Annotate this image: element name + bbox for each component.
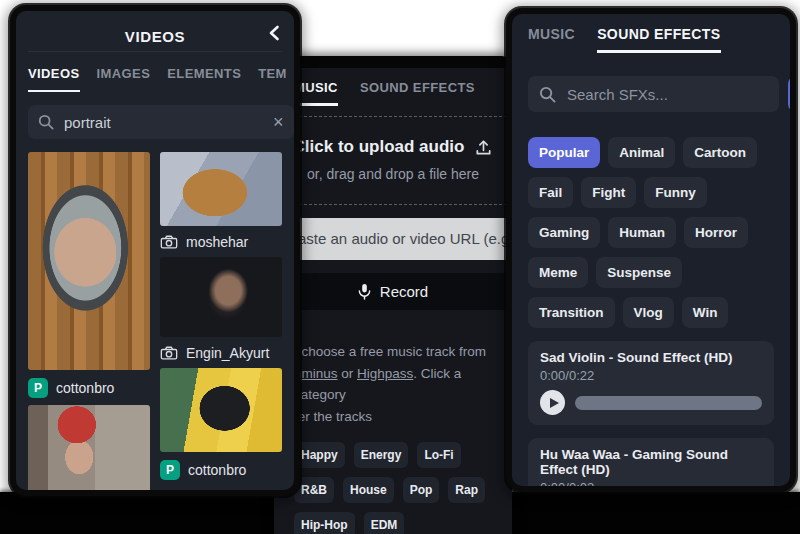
upload-title-row: Click to upload audio xyxy=(293,137,494,157)
tab-images[interactable]: IMAGES xyxy=(97,66,151,92)
tab-videos[interactable]: VIDEOS xyxy=(28,66,80,92)
clear-search-icon[interactable]: × xyxy=(273,113,284,131)
sfx-category-fight[interactable]: Fight xyxy=(581,177,636,208)
help-line-2-mid: or xyxy=(338,366,358,381)
sfx-category-win[interactable]: Win xyxy=(682,297,729,328)
track-time: 0:00/0:22 xyxy=(540,368,762,383)
upload-subtitle: or, drag and drop a file here xyxy=(284,166,502,182)
track-progress-bar[interactable] xyxy=(575,396,762,410)
music-category-hiphop[interactable]: Hip-Hop xyxy=(294,512,355,534)
music-category-energy[interactable]: Energy xyxy=(354,442,409,468)
camera-icon xyxy=(160,346,178,361)
audio-url-input[interactable]: Paste an audio or video URL (e.g. htt xyxy=(276,218,510,260)
music-category-rnb[interactable]: R&B xyxy=(294,477,334,503)
videos-panel-title: VIDEOS xyxy=(125,28,185,45)
pexels-icon: P xyxy=(28,378,48,398)
sfx-category-suspense[interactable]: Suspense xyxy=(596,257,682,288)
results-column-right: moshehar Engin_Akyurt P cottonbro xyxy=(160,152,282,495)
highpass-link[interactable]: Highpass xyxy=(357,366,413,381)
sfx-track-list: Sad Violin - Sound Effect (HD) 0:00/0:22… xyxy=(528,341,774,492)
tab-sound-effects[interactable]: SOUND EFFECTS xyxy=(597,26,720,53)
music-category-house[interactable]: House xyxy=(343,477,394,503)
tab-music[interactable]: MUSIC xyxy=(294,80,338,106)
video-thumb-dark-portrait[interactable] xyxy=(160,257,282,337)
sound-effects-panel: MUSIC SOUND EFFECTS Search Popular Anima… xyxy=(506,8,796,492)
music-category-happy[interactable]: Happy xyxy=(294,442,345,468)
attribution-cottonbro-1[interactable]: P cottonbro xyxy=(28,370,150,405)
videos-panel-header: VIDEOS xyxy=(28,21,282,52)
track-title: Hu Waa Waa - Gaming Sound Effect (HD) xyxy=(540,447,762,477)
video-search-input[interactable] xyxy=(62,113,265,132)
video-results-grid: P cottonbro moshehar xyxy=(28,152,282,495)
author-name: cottonbro xyxy=(188,462,246,478)
tab-templates[interactable]: TEM xyxy=(258,66,287,92)
camera-icon xyxy=(160,235,178,250)
record-button[interactable]: Record xyxy=(276,273,510,310)
music-category-lofi[interactable]: Lo-Fi xyxy=(417,442,460,468)
sfx-category-human[interactable]: Human xyxy=(608,217,676,248)
attribution-engin-akyurt[interactable]: Engin_Akyurt xyxy=(160,337,282,368)
tab-sound-effects[interactable]: SOUND EFFECTS xyxy=(360,80,475,106)
help-line-1: , choose a free music track from xyxy=(294,341,496,363)
sfx-category-cartoon[interactable]: Cartoon xyxy=(683,137,757,168)
sfx-category-animal[interactable]: Animal xyxy=(608,137,675,168)
upload-icon xyxy=(474,138,493,157)
author-name: moshehar xyxy=(186,234,248,250)
search-icon xyxy=(539,86,556,103)
video-thumb-porthole-woman[interactable] xyxy=(28,152,150,370)
sfx-category-funny[interactable]: Funny xyxy=(644,177,707,208)
sfx-category-gaming[interactable]: Gaming xyxy=(528,217,600,248)
tab-elements[interactable]: ELEMENTS xyxy=(167,66,241,92)
track-title: Sad Violin - Sound Effect (HD) xyxy=(540,350,762,365)
sfx-category-popular[interactable]: Popular xyxy=(528,137,600,168)
asset-type-tabs: VIDEOS IMAGES ELEMENTS TEM xyxy=(28,66,282,92)
record-label: Record xyxy=(380,283,428,300)
sfx-category-chips: Popular Animal Cartoon Fail Fight Funny … xyxy=(528,137,774,328)
music-category-pop[interactable]: Pop xyxy=(403,477,440,503)
music-category-rap[interactable]: Rap xyxy=(448,477,485,503)
author-name: cottonbro xyxy=(56,380,114,396)
search-icon xyxy=(38,114,54,130)
upload-dropzone[interactable]: Click to upload audio or, drag and drop … xyxy=(274,116,512,205)
search-button[interactable]: Search xyxy=(788,76,796,112)
sfx-category-horror[interactable]: Horror xyxy=(684,217,748,248)
music-panel-tabs: MUSIC SOUND EFFECTS xyxy=(294,80,496,106)
play-icon xyxy=(550,398,559,408)
help-line-3: ter the tracks xyxy=(294,406,496,428)
collapse-chevron-icon[interactable] xyxy=(268,25,280,41)
sfx-search-input[interactable] xyxy=(565,85,768,104)
ominus-link[interactable]: nminus xyxy=(294,366,338,381)
sfx-category-meme[interactable]: Meme xyxy=(528,257,588,288)
video-search-row: × Go xyxy=(28,105,282,139)
sfx-track-card: Sad Violin - Sound Effect (HD) 0:00/0:22 xyxy=(528,341,774,425)
sfx-search-row: Search xyxy=(528,76,774,112)
video-search-box[interactable]: × xyxy=(28,105,294,139)
track-time: 0:00/0:02 xyxy=(540,480,762,492)
sfx-category-fail[interactable]: Fail xyxy=(528,177,573,208)
play-button[interactable] xyxy=(540,390,565,415)
attribution-moshehar[interactable]: moshehar xyxy=(160,226,282,257)
music-panel: MUSIC SOUND EFFECTS Click to upload audi… xyxy=(274,56,512,534)
sfx-track-card: Hu Waa Waa - Gaming Sound Effect (HD) 0:… xyxy=(528,438,774,492)
video-thumb-camera-hands[interactable] xyxy=(160,368,282,452)
marketing-composite: MUSIC SOUND EFFECTS Click to upload audi… xyxy=(0,0,800,534)
track-controls xyxy=(540,390,762,415)
mic-icon xyxy=(358,283,371,300)
video-thumb-red-beanie-woman[interactable] xyxy=(28,405,150,495)
music-category-edm[interactable]: EDM xyxy=(364,512,405,534)
sfx-category-vlog[interactable]: Vlog xyxy=(623,297,674,328)
videos-panel: VIDEOS VIDEOS IMAGES ELEMENTS TEM xyxy=(10,5,300,496)
sfx-search-box[interactable] xyxy=(528,76,779,112)
help-line-2: nminus or Highpass. Click a category xyxy=(294,363,496,406)
author-name: Engin_Akyurt xyxy=(186,345,269,361)
video-thumb-dog[interactable] xyxy=(160,152,282,226)
tab-music[interactable]: MUSIC xyxy=(528,26,575,53)
upload-title: Click to upload audio xyxy=(293,137,465,157)
attribution-cottonbro-2[interactable]: P cottonbro xyxy=(160,452,282,487)
sfx-category-transition[interactable]: Transition xyxy=(528,297,615,328)
music-help-text: , choose a free music track from nminus … xyxy=(294,341,496,427)
results-column-left: P cottonbro xyxy=(28,152,150,495)
music-category-chips: Happy Energy Lo-Fi R&B House Pop Rap Hip… xyxy=(294,442,496,534)
pexels-icon: P xyxy=(160,460,180,480)
sfx-panel-tabs: MUSIC SOUND EFFECTS xyxy=(528,26,774,53)
